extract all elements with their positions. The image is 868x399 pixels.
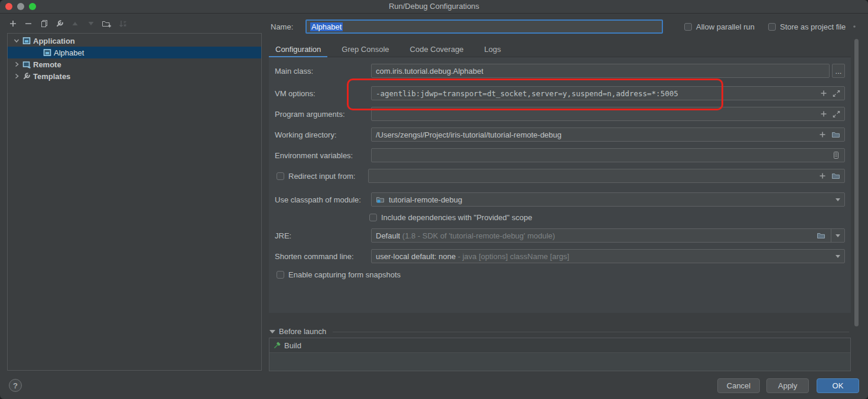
name-input-selected-text: Alphabet (310, 22, 343, 31)
tree-item-label: Alphabet (54, 48, 84, 57)
window-title: Run/Debug Configurations (0, 0, 868, 13)
jre-dropdown-button[interactable] (831, 228, 844, 243)
tab-configuration[interactable]: Configuration (269, 41, 327, 57)
gear-icon[interactable] (850, 22, 859, 31)
browse-list-icon[interactable] (832, 151, 840, 159)
wrench-icon (22, 72, 31, 80)
tree-item-label: Templates (33, 72, 70, 81)
chevron-down-icon[interactable] (13, 37, 20, 44)
jre-label: JRE: (275, 228, 291, 243)
tab-grep-console[interactable]: Grep Console (335, 41, 395, 57)
tree-item-alphabet[interactable]: Alphabet (8, 47, 261, 58)
sort-alphabetically-icon (118, 19, 128, 28)
shorten-command-line-value: user-local default: none (376, 252, 456, 261)
remote-icon (22, 60, 31, 68)
main-class-label: Main class: (275, 64, 313, 78)
cancel-button[interactable]: Cancel (717, 378, 760, 393)
form-snapshots-option: Enable capturing form snapshots (277, 267, 401, 282)
dropdown-arrow-icon[interactable] (836, 198, 840, 204)
provided-scope-label: Include dependencies with "Provided" sco… (381, 213, 532, 222)
tree-item-remote[interactable]: Remote (8, 58, 261, 70)
before-launch-header[interactable]: Before launch (269, 325, 326, 337)
dropdown-arrow-icon[interactable] (836, 255, 840, 260)
before-launch-item-build[interactable]: Build (269, 338, 850, 353)
working-directory-input[interactable]: /Users/zengsl/Project/iris-tutorial/tuto… (371, 127, 845, 142)
tab-code-coverage[interactable]: Code Coverage (404, 41, 470, 57)
jre-value: Default (376, 231, 400, 240)
configurations-toolbar (0, 14, 262, 32)
provided-scope-checkbox[interactable] (369, 214, 377, 221)
tree-item-templates[interactable]: Templates (8, 70, 261, 82)
new-folder-icon[interactable] (102, 19, 111, 28)
collapse-arrow-icon[interactable] (269, 330, 275, 336)
expand-icon[interactable] (833, 110, 840, 118)
provided-scope-option: Include dependencies with "Provided" sco… (369, 210, 532, 224)
apply-button[interactable]: Apply (766, 378, 809, 393)
before-launch-list: Build (269, 338, 851, 371)
dropdown-arrow-icon (836, 234, 840, 240)
before-launch-item-label: Build (284, 341, 301, 350)
before-launch-divider (333, 332, 849, 332)
folder-icon[interactable] (831, 131, 840, 139)
program-arguments-label: Program arguments: (275, 107, 345, 121)
name-label: Name: (271, 19, 293, 34)
redirect-input-field[interactable] (368, 169, 845, 183)
vertical-scrollbar-thumb[interactable] (854, 39, 859, 326)
tree-item-label: Application (33, 37, 75, 45)
remove-configuration-icon[interactable] (24, 19, 33, 28)
folder-icon[interactable] (817, 232, 825, 240)
configuration-tabs: Configuration Grep Console Code Coverage… (269, 41, 851, 57)
allow-parallel-run-checkbox[interactable] (684, 23, 692, 31)
jre-combobox[interactable]: Default (1.8 - SDK of 'tutorial-remote-d… (371, 228, 845, 243)
chevron-right-icon[interactable] (13, 61, 20, 68)
program-arguments-input[interactable] (371, 107, 845, 121)
tab-label: Logs (485, 45, 501, 54)
plus-icon[interactable] (820, 110, 827, 117)
redirect-input-option: Redirect input from: (277, 169, 355, 183)
environment-variables-input[interactable] (371, 148, 845, 162)
vm-options-input[interactable]: -agentlib:jdwp=transport=dt_socket,serve… (371, 86, 845, 100)
shorten-command-line-combobox[interactable]: user-local default: none - java [options… (371, 249, 845, 263)
copy-configuration-icon[interactable] (40, 19, 49, 28)
plus-icon[interactable] (819, 131, 826, 138)
titlebar: Run/Debug Configurations (0, 0, 868, 14)
shorten-command-line-label: Shorten command line: (275, 249, 354, 263)
help-button[interactable]: ? (9, 379, 22, 392)
form-snapshots-checkbox[interactable] (277, 271, 284, 279)
hammer-icon (272, 341, 281, 350)
allow-parallel-run-label: Allow parallel run (696, 22, 755, 31)
main-class-browse-button[interactable]: ... (832, 64, 845, 78)
environment-variables-label: Environment variables: (275, 148, 353, 162)
tree-item-application[interactable]: Application (8, 35, 261, 47)
name-input[interactable]: Alphabet (305, 19, 663, 34)
store-as-project-file-checkbox[interactable] (768, 23, 776, 31)
tree-item-label: Remote (33, 60, 61, 69)
tab-logs[interactable]: Logs (478, 41, 508, 57)
ok-button[interactable]: OK (817, 378, 859, 393)
move-up-icon (70, 19, 80, 28)
application-icon (43, 48, 51, 57)
form-snapshots-label: Enable capturing form snapshots (288, 270, 401, 279)
chevron-right-icon[interactable] (13, 73, 20, 80)
add-configuration-icon[interactable] (8, 19, 18, 28)
move-down-icon (86, 19, 96, 28)
store-as-project-file-option: Store as project file (768, 19, 859, 34)
vm-options-label: VM options: (275, 86, 316, 100)
run-debug-configurations-dialog: Run/Debug Configurations Application (0, 0, 868, 399)
shorten-command-line-hint: - java [options] className [args] (456, 252, 836, 261)
working-directory-value: /Users/zengsl/Project/iris-tutorial/tuto… (376, 130, 814, 139)
store-as-project-file-label: Store as project file (780, 22, 846, 31)
classpath-module-combobox[interactable]: tutorial-remote-debug (371, 192, 845, 207)
folder-icon[interactable] (831, 172, 840, 180)
allow-parallel-run-option: Allow parallel run (684, 19, 755, 34)
expand-icon[interactable] (833, 90, 840, 97)
edit-templates-icon[interactable] (55, 19, 64, 28)
redirect-input-checkbox[interactable] (277, 172, 284, 180)
plus-icon[interactable] (819, 172, 826, 179)
redirect-input-label: Redirect input from: (288, 172, 355, 181)
working-directory-label: Working directory: (275, 127, 337, 142)
configurations-tree: Application Alphabet Remote Templates (7, 33, 262, 371)
tab-label: Configuration (275, 45, 321, 54)
plus-icon[interactable] (820, 90, 827, 97)
main-class-input[interactable]: com.iris.tutorial.debug.Alphabet (371, 64, 830, 78)
